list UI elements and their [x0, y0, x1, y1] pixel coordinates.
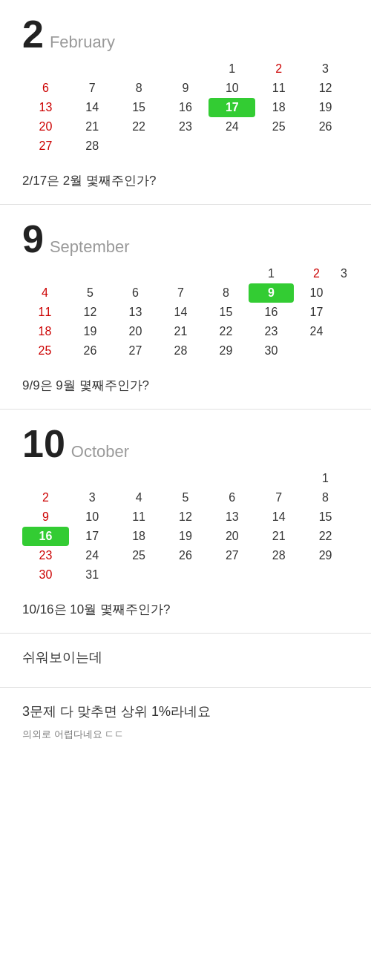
- february-calendar: 1 2 3 6 7 8 9 10 11 12 13 14 15 16 17 18…: [22, 59, 349, 156]
- cal-cell: 12: [68, 303, 113, 322]
- cal-cell: 10: [294, 283, 339, 303]
- cal-cell: 14: [255, 507, 302, 527]
- cal-cell: 18: [22, 322, 68, 341]
- cal-cell: 30: [22, 565, 69, 585]
- cal-cell: 6: [22, 79, 69, 98]
- cal-cell: 11: [116, 507, 162, 527]
- cal-cell-highlighted: 17: [209, 98, 255, 117]
- cal-cell: [255, 469, 302, 488]
- cal-cell: 5: [68, 283, 113, 303]
- cal-cell: 12: [302, 79, 349, 98]
- cal-cell: 1: [209, 59, 255, 79]
- cal-cell: 13: [113, 303, 158, 322]
- cal-cell: [209, 137, 255, 156]
- february-name: February: [50, 33, 115, 52]
- cal-cell: 24: [69, 546, 116, 565]
- cal-cell: 5: [162, 488, 209, 507]
- september-section: 9 September 1 2 3 4 5 6 7 8 9 10: [0, 205, 371, 410]
- cal-cell: 21: [158, 322, 203, 341]
- cal-cell: 22: [116, 117, 162, 137]
- september-calendar: 1 2 3 4 5 6 7 8 9 10 11 12 13 14 15 16 1…: [22, 264, 349, 361]
- october-header: 10 October: [22, 424, 349, 463]
- cal-cell: 6: [209, 488, 255, 507]
- cal-cell: 18: [255, 98, 302, 117]
- cal-cell: 2: [22, 488, 69, 507]
- cal-cell: 26: [68, 341, 113, 361]
- february-section: 2 February 1 2 3 6 7 8 9 10 11 12: [0, 0, 371, 205]
- cal-cell: 11: [22, 303, 68, 322]
- cal-cell: 3: [69, 488, 116, 507]
- cal-cell: 3: [302, 59, 349, 79]
- cal-cell: 31: [69, 565, 116, 585]
- cal-cell: 26: [162, 546, 209, 565]
- cal-cell: [116, 137, 162, 156]
- cal-cell: 21: [255, 527, 302, 546]
- cal-cell: 17: [69, 527, 116, 546]
- cal-cell: [209, 469, 255, 488]
- cal-cell: 26: [302, 117, 349, 137]
- cal-cell-highlighted: 9: [249, 283, 294, 303]
- cal-cell: 16: [249, 303, 294, 322]
- october-name: October: [71, 442, 129, 461]
- cal-cell: 13: [22, 98, 69, 117]
- cal-cell: [113, 264, 158, 283]
- october-question: 10/16은 10월 몇째주인가?: [22, 592, 349, 625]
- february-question: 2/17은 2월 몇째주인가?: [22, 163, 349, 197]
- cal-cell: 7: [69, 79, 116, 98]
- september-name: September: [50, 237, 130, 257]
- cal-cell: 28: [69, 137, 116, 156]
- bottom-section: 3문제 다 맞추면 상위 1%라네요 의외로 어렵다네요 ㄷㄷ: [0, 688, 371, 762]
- cal-cell: 7: [158, 283, 203, 303]
- cal-cell: 10: [69, 507, 116, 527]
- september-number: 9: [22, 220, 44, 258]
- easy-text: 쉬워보이는데: [22, 648, 349, 666]
- cal-cell: 25: [22, 341, 68, 361]
- cal-cell: [302, 137, 349, 156]
- september-question: 9/9은 9월 몇째주인가?: [22, 368, 349, 401]
- cal-cell: [158, 264, 203, 283]
- cal-cell: 23: [249, 322, 294, 341]
- cal-cell: 18: [116, 527, 162, 546]
- cal-cell: 28: [158, 341, 203, 361]
- cal-cell: 20: [113, 322, 158, 341]
- cal-cell: 20: [209, 527, 255, 546]
- cal-cell: 24: [209, 117, 255, 137]
- cal-cell: 14: [69, 98, 116, 117]
- cal-cell: [22, 264, 68, 283]
- february-number: 2: [22, 15, 44, 53]
- cal-cell: 19: [162, 527, 209, 546]
- october-calendar: 1 2 3 4 5 6 7 8 9 10 11 12 13 14 15 16: [22, 469, 349, 585]
- cal-cell: [294, 341, 339, 361]
- cal-cell: 27: [113, 341, 158, 361]
- cal-cell: 27: [22, 137, 69, 156]
- cal-cell: 2: [294, 264, 339, 283]
- cal-cell: 24: [294, 322, 339, 341]
- cal-cell: [69, 59, 116, 79]
- cal-cell: 22: [203, 322, 249, 341]
- cal-cell: 22: [302, 527, 349, 546]
- cal-cell: 14: [158, 303, 203, 322]
- cal-cell: 8: [116, 79, 162, 98]
- cal-cell: 23: [22, 546, 69, 565]
- cal-cell: 19: [302, 98, 349, 117]
- february-header: 2 February: [22, 15, 349, 53]
- cal-cell: 4: [22, 283, 68, 303]
- cal-cell: 15: [203, 303, 249, 322]
- cal-cell: [255, 565, 302, 585]
- cal-cell: 1: [302, 469, 349, 488]
- cal-cell: [209, 565, 255, 585]
- cal-cell: [302, 565, 349, 585]
- cal-cell: 3: [339, 264, 349, 283]
- cal-cell: 23: [162, 117, 209, 137]
- cal-cell: 19: [68, 322, 113, 341]
- cal-cell: [203, 264, 249, 283]
- cal-cell: [22, 59, 69, 79]
- cal-cell: 8: [302, 488, 349, 507]
- cal-cell: 13: [209, 507, 255, 527]
- cal-cell: [162, 565, 209, 585]
- cal-cell: [68, 264, 113, 283]
- difficult-text: 의외로 어렵다네요 ㄷㄷ: [22, 728, 349, 741]
- cal-cell: 1: [249, 264, 294, 283]
- cal-cell: [162, 137, 209, 156]
- cal-cell: 16: [162, 98, 209, 117]
